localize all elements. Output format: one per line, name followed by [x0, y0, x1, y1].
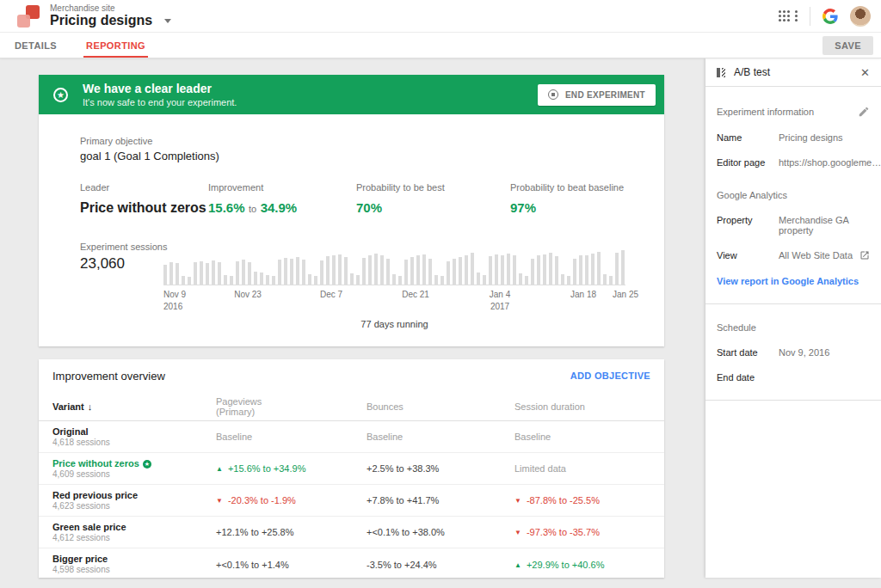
- overflow-menu-icon[interactable]: [795, 10, 798, 13]
- editor-page-row: Editor page https://shop.googleme…: [717, 157, 870, 168]
- table-row: Bigger price4,598 sessions+<0.1% to +1.4…: [39, 548, 664, 580]
- session-bar: [296, 257, 299, 285]
- arrow-down-icon: ▼: [514, 497, 521, 505]
- edit-pencil-icon[interactable]: [858, 106, 870, 118]
- google-analytics-label: Google Analytics: [717, 190, 870, 200]
- session-bar: [380, 255, 384, 285]
- goal-name: goal 1 (Goal 1 Completions): [80, 150, 664, 162]
- session-bar: [459, 257, 462, 285]
- open-in-new-icon[interactable]: [859, 250, 870, 260]
- divider: [705, 400, 881, 401]
- stop-icon: [548, 89, 558, 100]
- editor-page-value: https://shop.googleme…: [779, 157, 881, 168]
- overview-table-body: Original4,618 sessionsBaselineBaselineBa…: [39, 421, 664, 580]
- arrow-down-icon: ▼: [216, 497, 223, 505]
- session-bar: [218, 262, 221, 285]
- session-bar: [531, 259, 534, 285]
- property-row: Property Merchandise GA property: [717, 215, 870, 236]
- session-bar: [398, 276, 402, 285]
- metric-cell: ▼-20.3% to -1.9%: [216, 495, 367, 505]
- column-pageviews: Pageviews (Primary): [216, 396, 367, 417]
- axis-tick: Jan 25: [613, 290, 638, 299]
- improvement-label: Improvement: [208, 182, 356, 193]
- metric-cell: Limited data: [514, 463, 664, 474]
- session-bar: [597, 252, 601, 285]
- session-bar: [477, 273, 480, 285]
- sessions-chart-bars: [163, 251, 625, 285]
- page-title: Pricing designs: [50, 13, 152, 28]
- optimize-logo-icon: [17, 5, 40, 28]
- session-bar: [615, 253, 619, 285]
- session-bar: [326, 256, 330, 285]
- session-bar: [609, 276, 613, 285]
- session-bar: [188, 277, 191, 285]
- column-bounces: Bounces: [367, 401, 514, 412]
- session-bar: [471, 253, 474, 285]
- property-value: Merchandise GA property: [779, 215, 870, 236]
- session-bar: [182, 276, 185, 285]
- tab-reporting[interactable]: REPORTING: [71, 33, 160, 58]
- table-row: Red previous price4,623 sessions▼-20.3% …: [39, 485, 664, 517]
- session-bar: [507, 254, 510, 285]
- sessions-label: Experiment sessions: [80, 242, 168, 252]
- axis-tick: Nov 92016: [163, 290, 186, 311]
- session-bar: [416, 255, 420, 285]
- divider: [810, 7, 810, 26]
- session-bar: [573, 259, 576, 285]
- variant-sessions: 4,623 sessions: [52, 501, 216, 511]
- session-bar: [525, 276, 528, 285]
- session-bar: [163, 265, 167, 285]
- view-report-link[interactable]: View report in Google Analytics: [717, 276, 870, 286]
- ab-test-panel: A/B test ✕ Experiment information Name P…: [705, 58, 881, 578]
- session-bar: [320, 260, 323, 285]
- start-date-value: Nov 9, 2016: [779, 347, 870, 358]
- table-row: Original4,618 sessionsBaselineBaselineBa…: [39, 421, 664, 453]
- chevron-down-icon[interactable]: [164, 19, 171, 23]
- session-bar: [621, 250, 625, 285]
- tab-details[interactable]: DETAILS: [0, 33, 71, 58]
- metric-cell: ▼-97.3% to -35.7%: [514, 527, 664, 537]
- session-bar: [495, 254, 498, 285]
- session-bar: [362, 258, 366, 285]
- experiment-switcher[interactable]: Merchandise site Pricing designs: [50, 3, 171, 28]
- leader-value: Price without zeros: [80, 200, 208, 216]
- variant-name: Green sale price: [52, 522, 216, 533]
- metric-cell: +<0.1% to +1.4%: [216, 560, 367, 570]
- session-bar: [278, 260, 281, 285]
- session-bar: [260, 273, 263, 285]
- session-bar: [549, 253, 552, 285]
- session-bar: [579, 255, 582, 285]
- variant-sessions: 4,598 sessions: [52, 565, 216, 575]
- variant-name: Bigger price: [52, 554, 216, 565]
- add-objective-button[interactable]: ADD OBJECTIVE: [570, 371, 650, 381]
- save-button[interactable]: SAVE: [822, 36, 873, 55]
- session-bar: [350, 273, 354, 285]
- session-bar: [176, 263, 179, 285]
- arrow-up-icon: ▲: [514, 561, 521, 569]
- session-bar: [386, 259, 390, 285]
- view-row: View All Web Site Data: [717, 250, 870, 260]
- session-bar: [308, 274, 311, 285]
- session-bar: [501, 255, 504, 285]
- end-date-row: End date: [717, 372, 870, 383]
- session-bar: [561, 274, 564, 285]
- column-session-duration: Session duration: [514, 401, 664, 412]
- column-variant[interactable]: Variant↓: [52, 401, 216, 412]
- session-bar: [224, 275, 227, 285]
- ab-test-icon: [717, 68, 727, 77]
- leader-label: Leader: [80, 182, 208, 193]
- prob-best-label: Probability to be best: [356, 182, 510, 193]
- google-logo-icon[interactable]: [822, 9, 838, 24]
- apps-grid-icon[interactable]: [779, 10, 781, 13]
- close-icon[interactable]: ✕: [860, 66, 870, 79]
- star-icon: ★: [53, 88, 68, 102]
- prob-beat-label: Probability to beat baseline: [510, 182, 624, 193]
- session-bar: [200, 261, 203, 285]
- arrow-down-icon: ▼: [514, 529, 521, 536]
- metrics-row: Leader Price without zeros Improvement 1…: [39, 182, 664, 216]
- end-experiment-button[interactable]: END EXPERIMENT: [538, 84, 656, 106]
- user-avatar[interactable]: [850, 6, 871, 27]
- session-bar: [519, 273, 522, 285]
- session-bar: [254, 272, 257, 285]
- session-bar: [428, 259, 432, 285]
